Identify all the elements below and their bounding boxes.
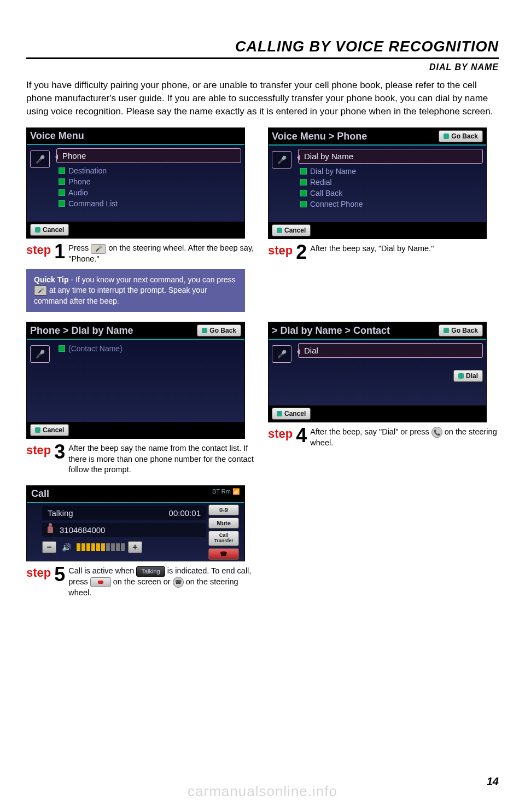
call-status-row: Talking 00:00:01 bbox=[42, 506, 206, 520]
list-item[interactable]: Audio bbox=[56, 187, 241, 198]
screen-title: Phone > Dial by Name bbox=[30, 325, 133, 337]
screenshot-dial-by-name: Phone > Dial by Name Go Back 🎤 (Contact … bbox=[26, 322, 245, 439]
step-number: 1 bbox=[54, 243, 65, 260]
step-word: step bbox=[26, 566, 51, 580]
call-number-row: 3104684000 bbox=[42, 523, 206, 537]
step-description: After the beep, say "Dial" or press 📞 on… bbox=[310, 427, 499, 449]
step-word: step bbox=[26, 243, 51, 257]
volume-bars bbox=[77, 543, 125, 551]
selected-option[interactable]: Dial by Name bbox=[298, 149, 483, 164]
step-description: After the beep say the name from the con… bbox=[68, 443, 257, 475]
intro-paragraph: If you have difficulty pairing your phon… bbox=[26, 79, 499, 118]
talk-button-icon: 🎤 bbox=[91, 244, 106, 254]
go-back-button[interactable]: Go Back bbox=[439, 324, 483, 337]
status-icons: BT Rm 📶 bbox=[212, 488, 240, 500]
voice-icon: 🎤 bbox=[272, 151, 291, 169]
end-call-wheel-icon: ☎ bbox=[173, 577, 184, 588]
screen-title: Voice Menu > Phone bbox=[272, 131, 367, 142]
step-3-cell: Phone > Dial by Name Go Back 🎤 (Contact … bbox=[26, 322, 257, 475]
volume-down-button[interactable]: − bbox=[42, 541, 56, 553]
list-item[interactable]: Redial bbox=[298, 177, 483, 188]
screen-title: Call bbox=[31, 488, 49, 500]
step-description: Press 🎤 on the steering wheel. After the… bbox=[68, 243, 257, 264]
talk-button-icon: 🎤 bbox=[34, 286, 47, 295]
step-description: After the beep say, "Dial by Name." bbox=[310, 243, 499, 254]
step-word: step bbox=[26, 443, 51, 457]
cancel-button[interactable]: Cancel bbox=[272, 408, 311, 420]
voice-icon: 🎤 bbox=[30, 150, 50, 168]
list-item[interactable]: Call Back bbox=[298, 188, 483, 199]
step-4-cell: > Dial by Name > Contact Go Back 🎤 Dial … bbox=[268, 322, 499, 475]
step-number: 5 bbox=[54, 566, 65, 583]
cancel-button[interactable]: Cancel bbox=[30, 424, 69, 436]
list-item[interactable]: Phone bbox=[56, 176, 241, 187]
list-item[interactable]: Command List bbox=[56, 198, 241, 209]
screen-title: > Dial by Name > Contact bbox=[272, 325, 390, 337]
phone-button-icon: 📞 bbox=[431, 427, 442, 438]
list-item[interactable]: Dial by Name bbox=[298, 166, 483, 177]
step-2-cell: Voice Menu > Phone Go Back 🎤 Dial by Nam… bbox=[268, 127, 499, 312]
step-5-cell: Call BT Rm 📶 Talking 00:00:01 3104684000… bbox=[26, 485, 257, 598]
screenshot-contact: > Dial by Name > Contact Go Back 🎤 Dial … bbox=[268, 322, 487, 422]
step-number: 3 bbox=[54, 443, 65, 461]
watermark: carmanualsonline.info bbox=[0, 783, 525, 800]
keypad-button[interactable]: 0-9 bbox=[208, 504, 239, 515]
title-rule bbox=[26, 57, 499, 59]
go-back-button[interactable]: Go Back bbox=[439, 130, 483, 142]
call-transfer-button[interactable]: Call Transfer bbox=[208, 531, 239, 546]
page-number: 14 bbox=[487, 775, 499, 788]
list-item[interactable]: Connect Phone bbox=[298, 199, 483, 210]
speaker-icon: 🔊 bbox=[62, 543, 71, 552]
voice-icon: 🎤 bbox=[30, 345, 50, 363]
person-icon bbox=[48, 526, 53, 533]
screenshot-voice-menu: Voice Menu 🎤 Phone Destination Phone Aud… bbox=[26, 127, 245, 239]
end-call-screen-icon bbox=[90, 577, 111, 587]
volume-row: − 🔊 + bbox=[42, 541, 206, 553]
quick-tip: Quick Tip - If you know your next comman… bbox=[26, 269, 245, 312]
mute-button[interactable]: Mute bbox=[208, 518, 239, 529]
volume-up-button[interactable]: + bbox=[128, 541, 142, 553]
voice-icon: 🎤 bbox=[272, 345, 291, 363]
page-subtitle: DIAL BY NAME bbox=[26, 62, 499, 72]
end-call-button[interactable]: ☎ bbox=[208, 548, 239, 560]
contact-placeholder: (Contact Name) bbox=[56, 343, 241, 354]
screen-title: Voice Menu bbox=[30, 130, 84, 142]
list-item[interactable]: Destination bbox=[56, 165, 241, 176]
step-number: 4 bbox=[296, 427, 307, 444]
dial-button[interactable]: Dial bbox=[453, 370, 483, 382]
screenshot-voice-menu-phone: Voice Menu > Phone Go Back 🎤 Dial by Nam… bbox=[268, 127, 487, 239]
step-1-cell: Voice Menu 🎤 Phone Destination Phone Aud… bbox=[26, 127, 257, 312]
selected-option[interactable]: Phone bbox=[56, 148, 241, 163]
step-number: 2 bbox=[296, 243, 307, 261]
talking-indicator: Talking bbox=[136, 566, 165, 577]
step-description: Call is active when Talking is indicated… bbox=[68, 566, 257, 598]
step-word: step bbox=[268, 427, 293, 441]
screenshot-call: Call BT Rm 📶 Talking 00:00:01 3104684000… bbox=[26, 485, 245, 561]
selected-option[interactable]: Dial bbox=[298, 343, 483, 358]
page-title: CALLING BY VOICE RECOGNITION bbox=[26, 38, 499, 55]
cancel-button[interactable]: Cancel bbox=[272, 224, 311, 236]
cancel-button[interactable]: Cancel bbox=[30, 224, 69, 236]
step-word: step bbox=[268, 243, 293, 258]
go-back-button[interactable]: Go Back bbox=[197, 324, 241, 337]
